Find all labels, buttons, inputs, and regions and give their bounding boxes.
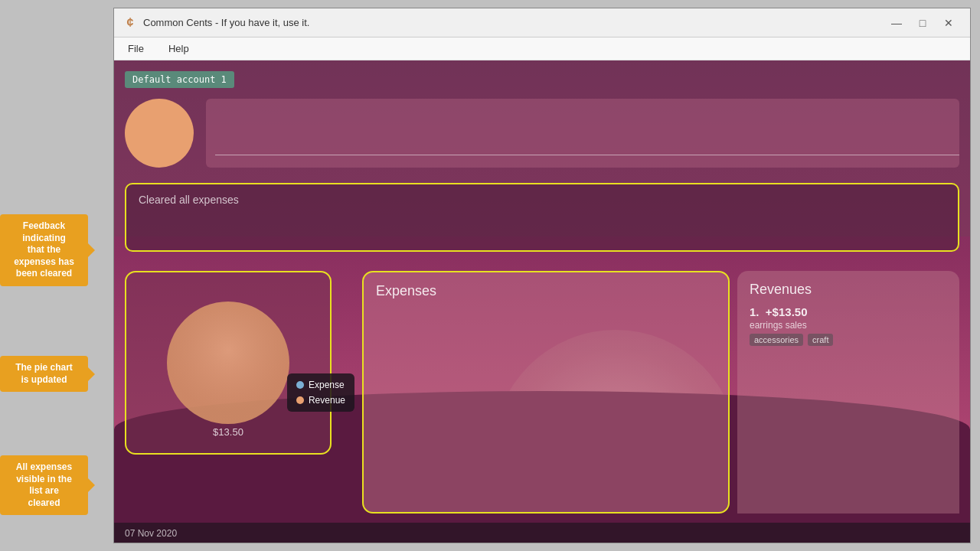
legend-revenue-item: Revenue: [296, 395, 345, 406]
maximize-button[interactable]: □: [910, 12, 935, 34]
statusbar-date: 07 Nov 2020: [125, 528, 177, 539]
legend-expense-label: Expense: [309, 380, 345, 390]
cleared-expenses-box: Cleared all expenses: [125, 183, 959, 252]
revenues-panel: Revenues 1. +$13.50 earrings sales acces…: [737, 271, 959, 514]
avatar: [125, 99, 194, 168]
app-icon: ¢: [123, 16, 137, 30]
bottom-section: $13.50 Expense Revenue Expenses: [114, 263, 970, 521]
search-bar-container: [206, 99, 959, 168]
search-bar-line: [215, 155, 959, 155]
menubar: File Help: [114, 37, 970, 60]
statusbar: 07 Nov 2020: [114, 523, 970, 543]
revenue-item: 1. +$13.50 earrings sales accessories cr…: [750, 305, 947, 346]
window-title: Common Cents - If you have it, use it.: [143, 17, 884, 28]
account-badge[interactable]: Default account 1: [125, 71, 234, 88]
menu-file[interactable]: File: [123, 40, 149, 57]
pie-chart-area: $13.50 Expense Revenue: [125, 271, 354, 514]
revenue-tags: accessories craft: [750, 334, 947, 346]
pie-chart-wrapper: $13.50: [125, 271, 332, 455]
menu-help[interactable]: Help: [164, 40, 194, 57]
cleared-expenses-text: Cleared all expenses: [139, 194, 239, 206]
pie-value-label: $13.50: [213, 426, 243, 438]
close-button[interactable]: ✕: [936, 12, 961, 34]
legend-revenue-dot: [296, 396, 304, 404]
pie-chart-svg: [152, 286, 305, 439]
revenue-tag-craft: craft: [808, 334, 833, 346]
main-window: ¢ Common Cents - If you have it, use it.…: [113, 8, 971, 543]
revenue-tag-accessories: accessories: [750, 334, 803, 346]
revenue-amount: 1. +$13.50: [750, 305, 947, 318]
window-controls: — □ ✕: [884, 12, 961, 34]
expenses-panel: Expenses: [362, 271, 730, 514]
titlebar: ¢ Common Cents - If you have it, use it.…: [114, 8, 970, 37]
revenue-name: earrings sales: [750, 320, 947, 331]
revenues-panel-title: Revenues: [750, 282, 947, 298]
legend-expense-item: Expense: [296, 380, 345, 390]
minimize-button[interactable]: —: [884, 12, 909, 34]
annotation-pie-updated: The pie chart is updated: [0, 356, 88, 392]
legend-revenue-label: Revenue: [309, 395, 345, 406]
legend-expense-dot: [296, 381, 304, 389]
annotation-expenses-cleared: All expenses visible in the list are cle…: [0, 455, 88, 515]
expenses-panel-title: Expenses: [376, 283, 716, 299]
annotation-feedback: Feedback indicating that the expenses ha…: [0, 214, 88, 286]
main-content: Default account 1 Cleared all expenses: [114, 60, 970, 543]
legend-box: Expense Revenue: [287, 373, 354, 412]
svg-point-1: [167, 302, 289, 424]
